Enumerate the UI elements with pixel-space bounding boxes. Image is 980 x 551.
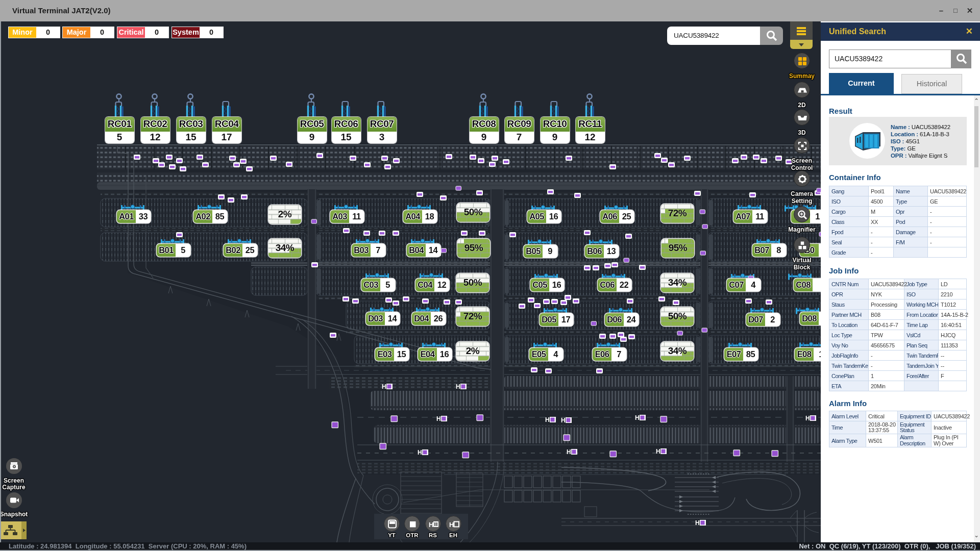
svg-text:H: H [561, 417, 566, 424]
svg-text:H: H [545, 416, 550, 423]
svg-text:H: H [449, 520, 454, 528]
svg-text:H: H [429, 520, 433, 528]
svg-text:H: H [567, 448, 571, 456]
svg-text:H: H [418, 449, 422, 456]
svg-text:H: H [695, 519, 700, 527]
svg-text:H: H [436, 415, 441, 422]
svg-text:H: H [805, 415, 810, 422]
svg-text:H: H [456, 383, 460, 390]
svg-text:H: H [382, 383, 386, 390]
svg-text:H: H [635, 414, 640, 421]
svg-text:H: H [656, 448, 660, 455]
